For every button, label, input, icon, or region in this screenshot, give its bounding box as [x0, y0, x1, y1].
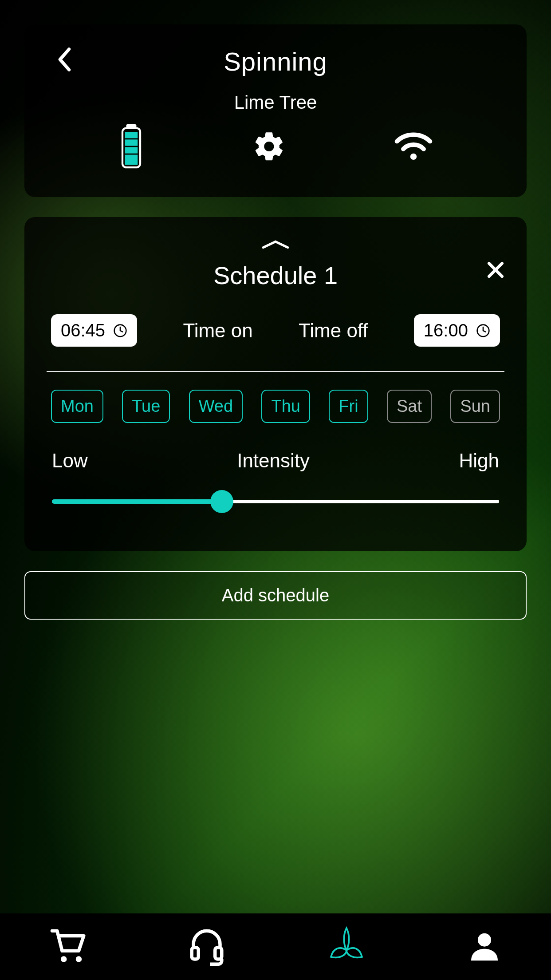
- chevron-left-icon: [55, 47, 72, 72]
- svg-rect-12: [215, 948, 222, 959]
- intensity-slider[interactable]: [52, 492, 499, 511]
- svg-rect-3: [125, 139, 138, 146]
- clock-icon: [476, 324, 490, 338]
- schedule-title: Schedule 1: [47, 261, 504, 290]
- day-chip-fri[interactable]: Fri: [329, 390, 368, 423]
- slider-thumb[interactable]: [210, 490, 233, 513]
- day-chip-wed[interactable]: Wed: [189, 390, 243, 423]
- nav-home[interactable]: [324, 924, 369, 970]
- close-button[interactable]: [487, 259, 504, 284]
- time-on-value: 06:45: [61, 320, 105, 340]
- svg-rect-2: [125, 132, 138, 138]
- time-off-value: 16:00: [424, 320, 468, 340]
- bottom-nav: [0, 913, 551, 980]
- person-icon: [467, 928, 502, 964]
- wifi-button[interactable]: [394, 132, 433, 163]
- close-icon: [487, 261, 504, 279]
- settings-button[interactable]: [252, 130, 286, 165]
- nav-shop[interactable]: [49, 926, 89, 968]
- gear-icon: [252, 130, 286, 163]
- intensity-low-label: Low: [52, 450, 88, 472]
- day-chip-tue[interactable]: Tue: [122, 390, 170, 423]
- svg-rect-4: [125, 147, 138, 153]
- svg-point-13: [478, 933, 491, 947]
- day-chip-sun[interactable]: Sun: [450, 390, 500, 423]
- headset-icon: [187, 926, 227, 966]
- nav-support[interactable]: [187, 926, 227, 968]
- header-card: Spinning Lime Tree: [24, 24, 527, 197]
- time-off-label: Time off: [299, 320, 368, 342]
- leaf-icon: [324, 924, 369, 968]
- add-schedule-label: Add schedule: [222, 585, 329, 605]
- wifi-icon: [394, 132, 433, 161]
- days-row: MonTueWedThuFriSatSun: [47, 390, 504, 423]
- battery-button[interactable]: [118, 124, 144, 170]
- page-title: Spinning: [224, 47, 327, 76]
- schedule-card: Schedule 1 06:45 Time on Time off 16:00: [24, 217, 527, 551]
- day-chip-mon[interactable]: Mon: [51, 390, 103, 423]
- time-off-input[interactable]: 16:00: [414, 314, 500, 347]
- cart-icon: [49, 926, 89, 966]
- chevron-up-icon: [261, 239, 290, 250]
- svg-point-9: [61, 956, 67, 962]
- intensity-high-label: High: [459, 450, 500, 472]
- battery-icon: [118, 124, 144, 169]
- day-chip-sat[interactable]: Sat: [387, 390, 432, 423]
- back-button[interactable]: [55, 47, 72, 74]
- time-on-input[interactable]: 06:45: [51, 314, 137, 347]
- time-on-label: Time on: [183, 320, 252, 342]
- device-name: Lime Tree: [47, 92, 504, 113]
- clock-icon: [113, 324, 127, 338]
- svg-rect-11: [192, 948, 198, 959]
- svg-point-6: [410, 154, 417, 160]
- svg-point-10: [76, 956, 82, 962]
- intensity-center-label: Intensity: [237, 450, 310, 472]
- nav-profile[interactable]: [467, 928, 502, 965]
- day-chip-thu[interactable]: Thu: [261, 390, 310, 423]
- slider-fill: [52, 499, 222, 504]
- collapse-button[interactable]: [47, 239, 504, 250]
- svg-rect-5: [125, 155, 138, 165]
- add-schedule-button[interactable]: Add schedule: [24, 571, 527, 620]
